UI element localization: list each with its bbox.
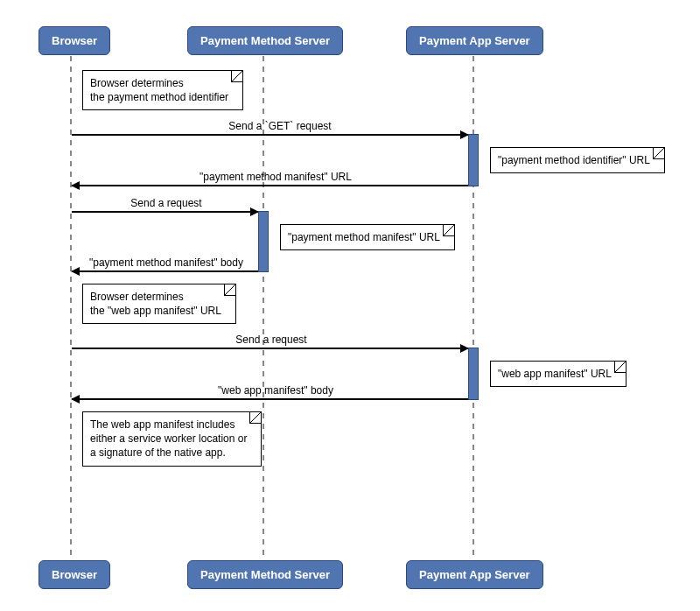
note-text: "payment method manifest" URL: [288, 231, 440, 243]
msg-label-send-request-2: Send a request: [210, 334, 332, 346]
participant-browser-top: Browser: [38, 26, 110, 55]
arrow-send-request-2: [72, 348, 468, 349]
arrow-pmm-url: [72, 185, 468, 186]
participant-label: Payment Method Server: [200, 568, 330, 581]
participant-label: Payment App Server: [419, 568, 530, 581]
activation-pms-1: [258, 211, 269, 272]
participant-label: Browser: [52, 34, 97, 47]
note-text: "payment method identifier" URL: [498, 154, 650, 166]
msg-label-pmm-url: "payment method manifest" URL: [166, 171, 385, 183]
participant-pas-top: Payment App Server: [406, 26, 543, 55]
participant-label: Payment Method Server: [200, 34, 330, 47]
note-wam-includes: The web app manifest includes either a s…: [82, 411, 262, 467]
participant-label: Browser: [52, 568, 97, 581]
note-fold-icon: [249, 412, 261, 424]
lifeline-browser: [70, 56, 72, 560]
note-fold-icon: [231, 71, 242, 82]
note-fold-icon: [224, 284, 235, 296]
note-text: Browser determines the "web app manifest…: [90, 291, 221, 317]
sequence-diagram: Browser Payment Method Server Payment Ap…: [18, 18, 682, 595]
note-pmi-url: "payment method identifier" URL: [490, 147, 665, 173]
msg-label-wam-body: "web app manifest" body: [188, 384, 363, 397]
note-wam-url: "web app manifest" URL: [490, 361, 626, 387]
note-fold-icon: [653, 148, 664, 159]
note-fold-icon: [614, 362, 626, 373]
msg-label-get-request: Send a `GET` request: [192, 120, 368, 132]
arrow-send-request-1: [72, 211, 258, 213]
lifeline-pas: [472, 56, 474, 560]
msg-label-pmm-body: "payment method manifest" body: [79, 256, 254, 269]
note-browser-determines-pmi: Browser determines the payment method id…: [82, 70, 243, 110]
participant-pms-bottom: Payment Method Server: [187, 560, 343, 589]
activation-pas-1: [468, 134, 479, 186]
note-pmm-url: "payment method manifest" URL: [280, 224, 455, 250]
note-text: "web app manifest" URL: [498, 368, 612, 380]
participant-pms-top: Payment Method Server: [187, 26, 343, 55]
participant-pas-bottom: Payment App Server: [406, 560, 543, 589]
note-fold-icon: [443, 225, 454, 236]
note-text: The web app manifest includes either a s…: [90, 418, 247, 459]
note-browser-determines-wam: Browser determines the "web app manifest…: [82, 284, 236, 324]
msg-label-send-request-1: Send a request: [105, 197, 228, 209]
activation-pas-2: [468, 348, 479, 400]
participant-label: Payment App Server: [419, 34, 530, 47]
arrow-pmm-body: [72, 270, 258, 272]
note-text: Browser determines the payment method id…: [90, 77, 228, 103]
arrow-wam-body: [72, 398, 468, 400]
arrow-get-request: [72, 134, 468, 136]
participant-browser-bottom: Browser: [38, 560, 110, 589]
